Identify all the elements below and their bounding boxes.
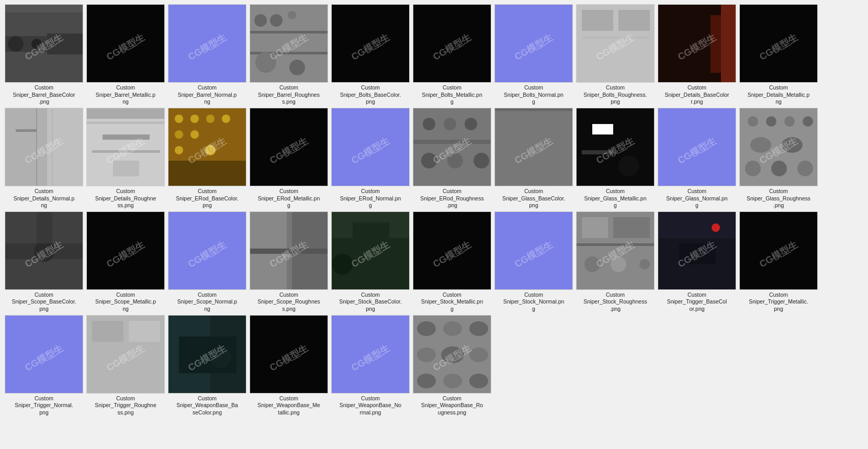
list-item[interactable]: CustomSniper_Scope_Normal.png xyxy=(167,211,247,313)
item-label: CustomSniper_Stock_Roughness.png xyxy=(583,291,647,313)
svg-point-35 xyxy=(190,115,199,123)
svg-point-103 xyxy=(441,346,464,363)
svg-point-55 xyxy=(618,155,639,176)
svg-rect-47 xyxy=(413,140,491,144)
svg-rect-81 xyxy=(613,217,650,238)
thumbnail xyxy=(86,211,165,290)
svg-rect-32 xyxy=(113,161,139,176)
thumbnail xyxy=(86,4,165,83)
svg-rect-31 xyxy=(92,150,160,153)
svg-rect-77 xyxy=(353,222,389,238)
list-item[interactable]: CustomSniper_Stock_BaseColor.png xyxy=(331,211,410,313)
list-item[interactable]: CustomSniper_Stock_Normal.png xyxy=(494,211,573,313)
item-label: CustomSniper_ERod_Normal.png xyxy=(340,188,401,209)
svg-point-48 xyxy=(421,153,437,169)
list-item[interactable]: CustomSniper_Glass_BaseColor.png xyxy=(494,108,573,209)
svg-point-64 xyxy=(745,161,761,176)
list-item[interactable]: CustomSniper_Details_Roughness.png xyxy=(86,108,165,209)
item-label: CustomSniper_Stock_Metallic.png xyxy=(421,291,483,313)
list-item[interactable]: CustomSniper_Scope_Metallic.png xyxy=(86,211,165,313)
list-item[interactable]: CustomSniper_Barrel_Roughness.png xyxy=(249,4,329,106)
svg-point-46 xyxy=(465,118,477,130)
svg-rect-74 xyxy=(250,249,328,254)
thumbnail xyxy=(331,315,410,394)
list-item[interactable]: CustomSniper_Bolts_BaseColor.png xyxy=(331,4,410,106)
svg-point-106 xyxy=(443,374,462,388)
list-item[interactable]: CustomSniper_Barrel_Metallic.png xyxy=(86,4,165,106)
list-item[interactable]: CustomSniper_ERod_Normal.png xyxy=(331,108,410,209)
thumbnail xyxy=(5,211,83,290)
item-label: CustomSniper_Scope_BaseColor.png xyxy=(12,291,76,313)
svg-rect-26 xyxy=(16,129,37,132)
list-item[interactable]: CustomSniper_Barrel_BaseColor.png xyxy=(4,4,84,106)
thumbnail xyxy=(658,4,736,83)
item-label: CustomSniper_WeaponBase_Normal.png xyxy=(340,395,401,417)
item-label: CustomSniper_Details_BaseColorr.png xyxy=(664,84,729,106)
item-label: CustomSniper_Scope_Roughness.png xyxy=(257,291,320,313)
svg-point-8 xyxy=(270,14,283,27)
list-item[interactable]: CustomSniper_Scope_Roughness.png xyxy=(249,211,329,313)
svg-point-34 xyxy=(175,115,183,123)
thumbnail xyxy=(250,315,328,394)
list-item[interactable]: CustomSniper_Details_Normal.png xyxy=(4,108,84,209)
thumbnail xyxy=(739,108,818,186)
list-item[interactable]: CustomSniper_Trigger_Normal.png xyxy=(4,315,84,417)
thumbnail xyxy=(413,4,491,83)
list-item[interactable]: CustomSniper_WeaponBase_Rougness.png xyxy=(412,315,492,417)
svg-point-82 xyxy=(584,256,600,272)
item-label: CustomSniper_WeaponBase_Rougness.png xyxy=(421,395,483,417)
list-item[interactable]: CustomSniper_Details_BaseColorr.png xyxy=(657,4,737,106)
list-item[interactable]: CustomSniper_Bolts_Roughness.png xyxy=(576,4,655,106)
list-item[interactable]: CustomSniper_Trigger_Metallic.png xyxy=(739,211,818,313)
svg-rect-4 xyxy=(47,33,83,54)
thumbnail xyxy=(576,108,655,186)
list-item[interactable]: CustomSniper_Barrel_Normal.png xyxy=(167,4,247,106)
svg-point-104 xyxy=(469,347,488,362)
list-item[interactable]: CustomSniper_Glass_Roughness.png xyxy=(739,108,818,209)
list-item[interactable]: CustomSniper_Glass_Normal.png xyxy=(657,108,737,209)
list-item[interactable]: CustomSniper_WeaponBase_Normal.png xyxy=(331,315,410,417)
item-label: CustomSniper_Bolts_BaseColor.png xyxy=(340,84,401,106)
item-label: CustomSniper_Trigger_BaseColor.png xyxy=(667,291,727,313)
svg-point-100 xyxy=(443,321,462,336)
svg-point-78 xyxy=(332,254,353,275)
svg-rect-19 xyxy=(721,5,736,83)
svg-rect-89 xyxy=(679,243,716,264)
svg-point-45 xyxy=(444,118,456,130)
item-label: CustomSniper_Bolts_Metallic.png xyxy=(422,84,482,106)
list-item[interactable]: CustomSniper_Bolts_Metallic.png xyxy=(412,4,492,106)
svg-point-59 xyxy=(766,116,776,127)
list-item[interactable]: CustomSniper_ERod_BaseColor.png xyxy=(167,108,247,209)
list-item[interactable]: CustomSniper_ERod_Roughness.png xyxy=(412,108,492,209)
list-item[interactable]: CustomSniper_Bolts_Normal.png xyxy=(494,4,573,106)
item-label: CustomSniper_Bolts_Normal.png xyxy=(504,84,563,106)
list-item[interactable]: CustomSniper_WeaponBase_Metallic.png xyxy=(249,315,329,417)
svg-rect-92 xyxy=(92,321,123,342)
item-label: CustomSniper_Glass_Roughness.png xyxy=(747,188,810,209)
list-item[interactable]: CustomSniper_Stock_Roughness.png xyxy=(576,211,655,313)
svg-point-83 xyxy=(611,256,626,272)
list-item[interactable]: CustomSniper_Trigger_BaseColor.png xyxy=(657,211,737,313)
svg-point-97 xyxy=(210,347,231,368)
thumbnail xyxy=(331,211,410,290)
svg-point-62 xyxy=(750,137,771,153)
list-item[interactable]: CustomSniper_Details_Metallic.png xyxy=(739,4,818,106)
svg-point-41 xyxy=(205,145,216,155)
thumbnail xyxy=(739,4,818,83)
list-item[interactable]: CustomSniper_WeaponBase_BaseColor.png xyxy=(167,315,247,417)
list-item[interactable]: CustomSniper_ERod_Metallic.png xyxy=(249,108,329,209)
thumbnail xyxy=(5,4,83,83)
svg-point-105 xyxy=(417,374,436,388)
svg-rect-90 xyxy=(5,316,83,394)
svg-rect-21 xyxy=(740,5,818,83)
list-item[interactable]: CustomSniper_Stock_Metallic.png xyxy=(412,211,492,313)
item-label: CustomSniper_Glass_BaseColor.png xyxy=(502,188,565,209)
thumbnail xyxy=(250,4,328,83)
list-item[interactable]: CustomSniper_Glass_Metallic.png xyxy=(576,108,655,209)
item-label: CustomSniper_Details_Roughness.png xyxy=(95,188,156,209)
svg-point-38 xyxy=(175,130,183,139)
thumbnail xyxy=(494,108,573,186)
svg-rect-80 xyxy=(582,217,608,238)
list-item[interactable]: CustomSniper_Scope_BaseColor.png xyxy=(4,211,84,313)
list-item[interactable]: CustomSniper_Trigger_Roughness.png xyxy=(86,315,165,417)
